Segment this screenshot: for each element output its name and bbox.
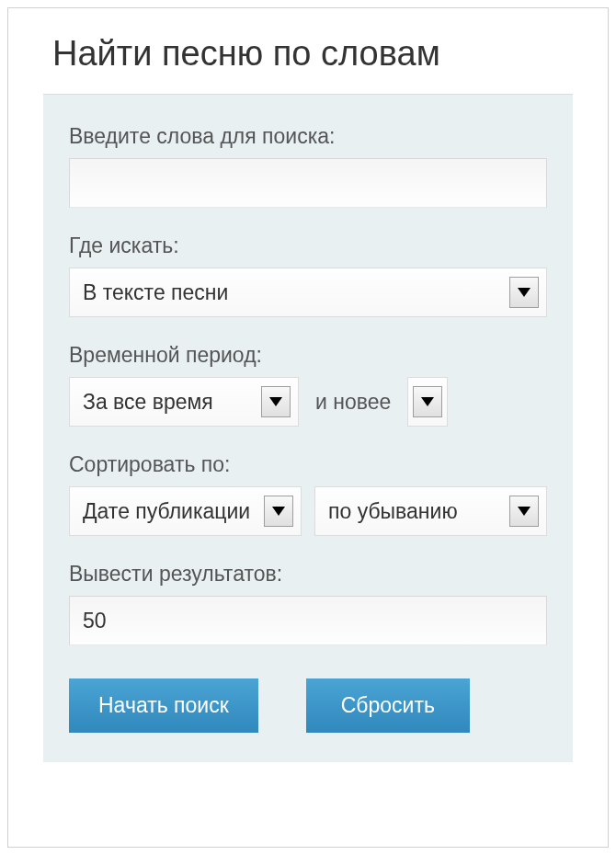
label-sort: Сортировать по:	[69, 452, 547, 477]
dropdown-icon	[261, 386, 291, 417]
dropdown-icon	[509, 496, 539, 527]
field-sort: Сортировать по: Дате публикации по убыва…	[69, 452, 547, 536]
sort-direction-value: по убыванию	[315, 499, 509, 524]
submit-button[interactable]: Начать поиск	[69, 678, 258, 733]
button-row: Начать поиск Сбросить	[69, 678, 547, 733]
label-period: Временной период:	[69, 343, 547, 368]
svg-marker-2	[421, 397, 434, 406]
search-in-select[interactable]: В тексте песни	[69, 268, 547, 317]
search-form-panel: Введите слова для поиска: Где искать: В …	[43, 94, 573, 762]
results-input[interactable]	[69, 596, 547, 645]
svg-marker-3	[272, 507, 285, 516]
field-search-in: Где искать: В тексте песни	[69, 234, 547, 317]
dropdown-icon	[509, 277, 539, 308]
label-results: Вывести результатов:	[69, 562, 547, 587]
form-container: Найти песню по словам Введите слова для …	[7, 7, 609, 848]
label-search-in: Где искать:	[69, 234, 547, 258]
period-value: За все время	[70, 390, 261, 415]
period-select[interactable]: За все время	[69, 377, 299, 427]
sort-field-value: Дате публикации	[70, 499, 264, 524]
field-results: Вывести результатов:	[69, 562, 547, 645]
search-words-input[interactable]	[69, 158, 547, 208]
sort-field-select[interactable]: Дате публикации	[69, 486, 302, 536]
svg-marker-0	[518, 288, 530, 297]
field-search-words: Введите слова для поиска:	[69, 124, 547, 208]
dropdown-icon	[413, 386, 442, 417]
svg-marker-4	[518, 507, 530, 516]
svg-marker-1	[269, 397, 282, 406]
dropdown-icon	[264, 496, 293, 527]
reset-button[interactable]: Сбросить	[306, 678, 470, 733]
period-end-select[interactable]	[407, 377, 448, 427]
field-period: Временной период: За все время и новее	[69, 343, 547, 427]
page-title: Найти песню по словам	[8, 8, 608, 94]
search-in-value: В тексте песни	[70, 280, 509, 305]
period-suffix-text: и новее	[312, 390, 394, 415]
sort-direction-select[interactable]: по убыванию	[314, 486, 547, 536]
label-search-words: Введите слова для поиска:	[69, 124, 547, 149]
